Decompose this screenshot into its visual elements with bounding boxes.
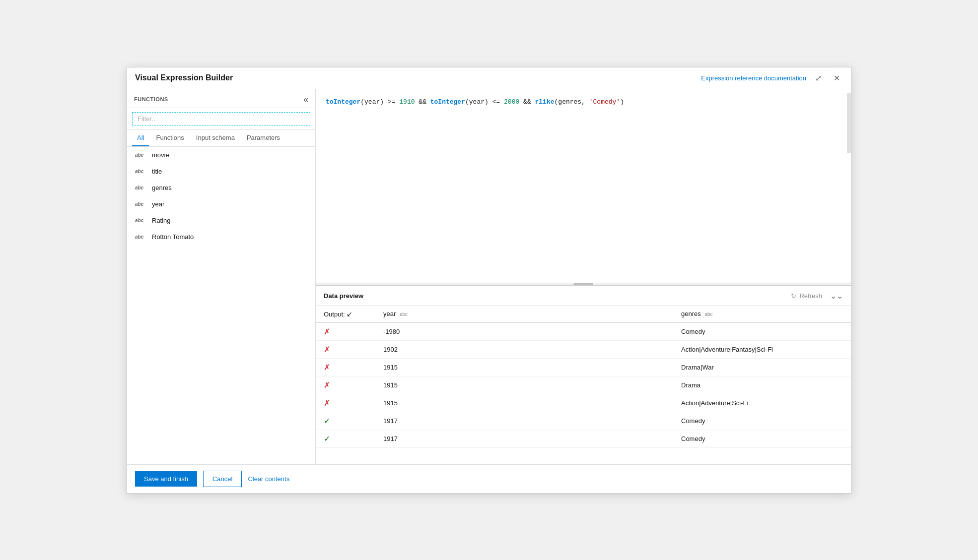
close-button[interactable]: ✕: [831, 72, 843, 84]
tab-parameters[interactable]: Parameters: [242, 130, 285, 146]
output-sort-icon[interactable]: ↙: [347, 310, 352, 318]
main-content: FUNCTIONS « All Functions Input schema P…: [127, 89, 851, 464]
cell-genres: Drama|War: [673, 358, 851, 376]
cross-icon: ✗: [324, 363, 330, 372]
cross-icon: ✗: [324, 327, 330, 336]
cross-icon: ✗: [324, 381, 330, 389]
left-panel: FUNCTIONS « All Functions Input schema P…: [127, 89, 316, 464]
code-expression: toInteger(year) >= 1910 && toInteger(yea…: [326, 98, 624, 106]
cell-output: ✓: [316, 412, 375, 430]
cell-year: -1980: [375, 322, 673, 341]
tab-functions[interactable]: Functions: [151, 130, 189, 146]
item-name: year: [152, 200, 164, 208]
preview-actions: ↻ Refresh ⌄⌄: [787, 290, 843, 302]
panel-title: FUNCTIONS: [134, 96, 168, 102]
scrollbar[interactable]: [847, 93, 851, 153]
check-icon: ✓: [324, 417, 330, 425]
cell-output: ✓: [316, 430, 375, 447]
list-item[interactable]: abc Rating: [127, 212, 315, 229]
list-item[interactable]: abc movie: [127, 147, 315, 163]
cell-genres: Comedy: [673, 412, 851, 430]
item-name: genres: [152, 184, 172, 191]
table-row: ✗ 1915 Action|Adventure|Sci-Fi: [316, 394, 851, 412]
item-name: Rating: [152, 217, 171, 224]
cell-genres: Drama: [673, 376, 851, 394]
tabs-container: All Functions Input schema Parameters: [127, 130, 315, 147]
cell-year: 1915: [375, 358, 673, 376]
cell-output: ✗: [316, 322, 375, 341]
table-row: ✓ 1917 Comedy: [316, 430, 851, 447]
filter-container: [127, 108, 315, 130]
table-row: ✓ 1917 Comedy: [316, 412, 851, 430]
table-row: ✗ 1915 Drama: [316, 376, 851, 394]
collapse-preview-button[interactable]: ⌄⌄: [830, 291, 843, 301]
cross-icon: ✗: [324, 399, 330, 407]
cell-year: 1917: [375, 430, 673, 447]
items-list: abc movie abc title abc genres abc year …: [127, 147, 315, 464]
cancel-button[interactable]: Cancel: [203, 471, 242, 487]
list-item[interactable]: abc year: [127, 196, 315, 212]
type-badge: abc: [135, 152, 147, 158]
col-header-year: year abc: [375, 306, 673, 322]
cell-output: ✗: [316, 394, 375, 412]
table-row: ✗ 1915 Drama|War: [316, 358, 851, 376]
col-header-output: Output: ↙: [316, 306, 375, 322]
refresh-button[interactable]: ↻ Refresh: [787, 290, 826, 302]
table-row: ✗ 1902 Action|Adventure|Fantasy|Sci-Fi: [316, 340, 851, 358]
tab-input-schema[interactable]: Input schema: [191, 130, 240, 146]
cell-output: ✗: [316, 340, 375, 358]
type-badge: abc: [135, 201, 147, 207]
list-item[interactable]: abc title: [127, 163, 315, 180]
expand-button[interactable]: ⤢: [812, 72, 825, 84]
cell-genres: Comedy: [673, 322, 851, 341]
modal-header: Visual Expression Builder Expression ref…: [127, 67, 851, 89]
item-name: movie: [152, 151, 169, 159]
cell-year: 1917: [375, 412, 673, 430]
item-name: Rotton Tomato: [152, 233, 194, 241]
check-icon: ✓: [324, 435, 330, 443]
divider-handle: [573, 283, 593, 285]
refresh-icon: ↻: [791, 292, 796, 300]
right-panel: toInteger(year) >= 1910 && toInteger(yea…: [316, 89, 851, 464]
list-item[interactable]: abc genres: [127, 180, 315, 196]
cell-output: ✗: [316, 358, 375, 376]
modal-title: Visual Expression Builder: [135, 73, 233, 82]
cell-genres: Action|Adventure|Fantasy|Sci-Fi: [673, 340, 851, 358]
list-item[interactable]: abc Rotton Tomato: [127, 229, 315, 245]
preview-header: Data preview ↻ Refresh ⌄⌄: [316, 286, 851, 306]
item-name: title: [152, 168, 162, 175]
cross-icon: ✗: [324, 345, 330, 354]
collapse-panel-button[interactable]: «: [303, 94, 308, 105]
cell-genres: Action|Adventure|Sci-Fi: [673, 394, 851, 412]
editor-area[interactable]: toInteger(year) >= 1910 && toInteger(yea…: [316, 89, 851, 283]
header-right: Expression reference documentation ⤢ ✕: [701, 72, 843, 84]
doc-link[interactable]: Expression reference documentation: [701, 74, 806, 82]
preview-table: Output: ↙ year abc genres abc: [316, 306, 851, 464]
refresh-label: Refresh: [799, 292, 822, 300]
cell-year: 1915: [375, 376, 673, 394]
type-badge: abc: [135, 185, 147, 190]
tab-all[interactable]: All: [132, 130, 149, 146]
preview-title: Data preview: [324, 292, 363, 300]
cell-genres: Comedy: [673, 430, 851, 447]
cell-year: 1902: [375, 340, 673, 358]
type-badge: abc: [135, 169, 147, 174]
save-finish-button[interactable]: Save and finish: [135, 471, 197, 487]
filter-input[interactable]: [132, 112, 310, 125]
modal-footer: Save and finish Cancel Clear contents: [127, 464, 851, 493]
type-badge: abc: [135, 234, 147, 240]
table-row: ✗ -1980 Comedy: [316, 322, 851, 341]
col-header-genres: genres abc: [673, 306, 851, 322]
cell-year: 1915: [375, 394, 673, 412]
cell-output: ✗: [316, 376, 375, 394]
clear-contents-button[interactable]: Clear contents: [248, 475, 289, 483]
type-badge: abc: [135, 218, 147, 223]
preview-panel: Data preview ↻ Refresh ⌄⌄: [316, 286, 851, 464]
panel-header: FUNCTIONS «: [127, 89, 315, 108]
modal-container: Visual Expression Builder Expression ref…: [127, 67, 851, 494]
